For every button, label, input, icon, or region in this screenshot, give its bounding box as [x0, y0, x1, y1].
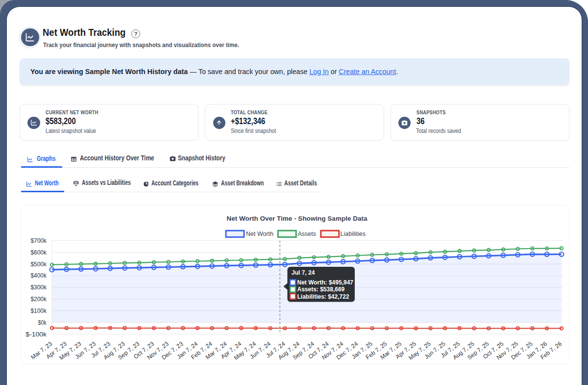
- svg-text:Net Worth Over Time - Showing: Net Worth Over Time - Showing Sample Dat…: [227, 215, 368, 222]
- svg-text:$100k: $100k: [30, 308, 47, 314]
- svg-text:Jul 7, 24: Jul 7, 24: [292, 269, 315, 276]
- svg-text:$400k: $400k: [30, 272, 47, 279]
- svg-text:Net Worth: Net Worth: [246, 231, 273, 237]
- svg-text:$200k: $200k: [30, 296, 47, 303]
- svg-text:Liabilities: $42,722: Liabilities: $42,722: [297, 293, 349, 300]
- svg-text:$-100k: $-100k: [25, 331, 47, 338]
- svg-text:$0k: $0k: [38, 319, 47, 326]
- svg-text:Assets: $538,669: Assets: $538,669: [297, 286, 345, 293]
- svg-text:Net Worth: $495,947: Net Worth: $495,947: [297, 279, 354, 286]
- svg-text:$500k: $500k: [30, 261, 47, 268]
- svg-text:Liabilities: Liabilities: [341, 231, 366, 237]
- svg-text:$700k: $700k: [30, 237, 47, 244]
- svg-text:$600k: $600k: [30, 249, 47, 256]
- svg-text:$300k: $300k: [30, 284, 47, 291]
- svg-text:Assets: Assets: [298, 231, 317, 237]
